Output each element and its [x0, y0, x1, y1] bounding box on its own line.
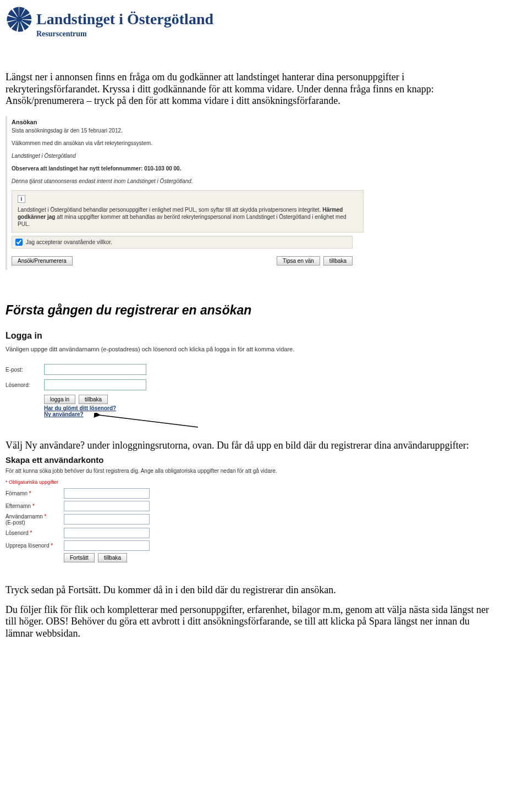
arrow-annotation-icon — [94, 413, 204, 429]
logo-icon — [6, 5, 33, 33]
username-field[interactable] — [64, 514, 150, 524]
accept-checkbox[interactable] — [15, 239, 23, 246]
ansokan-internal: Denna tjänst utannonseras endast internt… — [12, 178, 364, 185]
outro-p2: Du följer flik för flik och kompletterar… — [6, 604, 495, 640]
create-account-heading: Skapa ett användarkonto — [6, 455, 402, 465]
screenshot-ansokan: Ansökan Sista ansökningsdag är den 15 fe… — [6, 116, 368, 270]
apply-subscribe-button[interactable]: Ansök/Prenumerera — [12, 256, 73, 266]
firstname-label: Förnamn * — [6, 490, 61, 496]
login-instructions: Vänligen uppge ditt användarnamn (e-post… — [6, 345, 346, 353]
accept-row[interactable]: Jag accepterar ovanstående villkor. — [12, 236, 353, 248]
pul-text-post: att mina uppgifter kommer att behandlas … — [18, 214, 346, 227]
required-note: * Obligatoriska uppgifter — [6, 479, 402, 485]
accept-label: Jag accepterar ovanstående villkor. — [26, 239, 112, 246]
lastname-label: Efternamn * — [6, 503, 61, 509]
ansokan-org: Landstinget i Östergötland — [12, 152, 364, 159]
pul-text-pre: Landstinget i Östergötland behandlar per… — [18, 207, 322, 213]
intro-paragraph: Längst ner i annonsen finns en fråga om … — [6, 71, 495, 107]
email-field[interactable] — [44, 364, 146, 375]
firstname-field[interactable] — [64, 488, 150, 499]
section-heading: Första gången du registrerar en ansökan — [6, 303, 495, 318]
screenshot-create-account: Skapa ett användarkonto För att kunna sö… — [6, 455, 402, 562]
logo-subtitle: Resurscentrum — [36, 30, 495, 38]
ansokan-heading: Ansökan — [12, 118, 364, 126]
svg-line-1 — [99, 415, 198, 427]
forgot-password-link[interactable]: Har du glömt ditt lösenord? — [44, 405, 346, 411]
ansokan-deadline: Sista ansökningsdag är den 15 februari 2… — [12, 127, 364, 134]
back-button-2[interactable]: tillbaka — [79, 395, 108, 404]
back-button-1[interactable]: tillbaka — [323, 256, 353, 266]
password-field-3[interactable] — [64, 528, 150, 538]
continue-button[interactable]: Fortsätt — [64, 553, 95, 562]
login-button[interactable]: logga in — [44, 395, 75, 404]
password-label-3: Lösenord * — [6, 530, 61, 536]
login-heading: Logga in — [6, 331, 346, 341]
password-field[interactable] — [44, 379, 146, 390]
username-label: Användarnamn *(E-post) — [6, 513, 61, 526]
repeat-password-label: Upprepa lösenord * — [6, 543, 61, 549]
ansokan-welcome: Välkommen med din ansökan via vårt rekry… — [12, 140, 364, 147]
mid-paragraph: Välj Ny användare? under inloggningsruto… — [6, 440, 495, 452]
back-button-3[interactable]: tillbaka — [98, 553, 127, 562]
info-icon: i — [18, 195, 25, 203]
screenshot-login: Logga in Vänligen uppge ditt användarnam… — [6, 331, 346, 417]
create-account-sub: För att kunna söka jobb behöver du först… — [6, 468, 402, 474]
outro-p1: Tryck sedan på Fortsätt. Du kommer då in… — [6, 584, 495, 596]
pul-consent-box: i Landstinget i Östergötland behandlar p… — [12, 190, 364, 233]
tip-friend-button[interactable]: Tipsa en vän — [277, 256, 320, 266]
repeat-password-field[interactable] — [64, 540, 150, 551]
email-label: E-post: — [6, 367, 38, 373]
ansokan-notice: Observera att landstinget har nytt telef… — [12, 165, 364, 172]
password-label: Lösenord: — [6, 382, 38, 388]
lastname-field[interactable] — [64, 501, 150, 511]
logo-title: Landstinget i Östergötland — [36, 10, 213, 28]
header-logo: Landstinget i Östergötland Resurscentrum — [6, 5, 495, 38]
